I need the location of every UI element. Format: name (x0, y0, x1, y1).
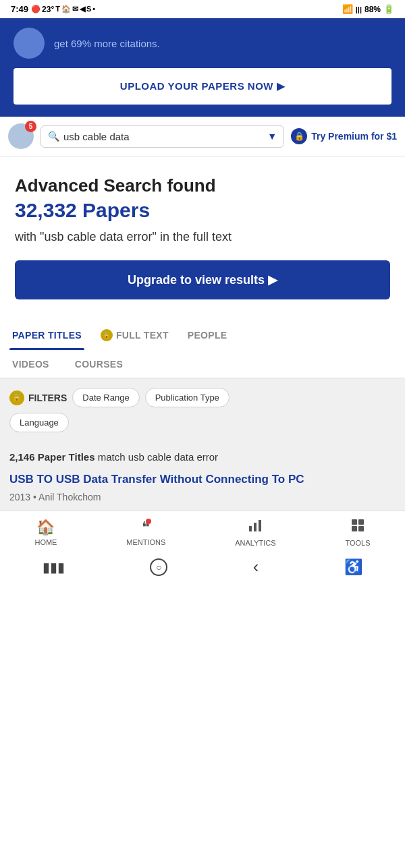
tab-full-text-label: FULL TEXT (116, 330, 169, 341)
search-value: usb cable data (63, 131, 263, 142)
mentions-wrap: ❝ (142, 519, 150, 536)
system-nav: ▮▮▮ ○ ‹ ♿ (0, 551, 405, 584)
publication-type-label: Publication Type (155, 393, 219, 403)
svg-rect-3 (352, 519, 357, 525)
paper-author: Anil Thokchom (38, 492, 101, 502)
tab-full-text[interactable]: 🔒 FULL TEXT (98, 320, 171, 351)
results-section: 2,146 Paper Titles match usb cable data … (0, 443, 405, 511)
mentions-dot (146, 519, 151, 524)
wifi-icon: 📶 (342, 4, 353, 14)
banner-text: get 69% more citations. (54, 38, 160, 49)
upgrade-label: Upgrade to view results ▶ (128, 272, 277, 287)
filters-lock-icon: 🔒 (9, 390, 24, 405)
status-right: 📶 ||| 88% 🔋 (342, 4, 394, 14)
analytics-icon (248, 518, 263, 537)
recent-apps-button[interactable]: ▮▮▮ (43, 559, 65, 575)
svg-rect-0 (249, 526, 252, 531)
nav-analytics-label: ANALYTICS (235, 539, 275, 547)
nav-tools[interactable]: TOOLS (345, 518, 370, 547)
results-summary: 2,146 Paper Titles match usb cable data … (9, 451, 396, 463)
filters-label: 🔒 FILTERS (9, 390, 67, 405)
avatar-badge: 5 (25, 121, 36, 132)
notification-icons: 🔴23°T🏠✉◀S• (31, 5, 95, 14)
battery-icon: 🔋 (383, 4, 394, 14)
search-description: with "usb cable data error" in the full … (15, 229, 390, 245)
svg-rect-4 (358, 519, 364, 525)
promo-banner: get 69% more citations. (0, 18, 405, 68)
tab-courses[interactable]: COURSES (72, 351, 126, 378)
filters-row: 🔒 FILTERS Date Range Publication Type (9, 388, 396, 407)
tab-people-label: PEOPLE (188, 330, 227, 341)
bottom-nav: 🏠 HOME ❝ MENTIONS ANALYTICS TOO (0, 511, 405, 551)
filters-section: 🔒 FILTERS Date Range Publication Type La… (0, 378, 405, 443)
nav-analytics[interactable]: ANALYTICS (235, 518, 275, 547)
home-icon: 🏠 (36, 519, 55, 536)
search-input-wrap[interactable]: 🔍 usb cable data ▼ (40, 125, 284, 148)
banner-avatar (14, 28, 45, 59)
search-icon: 🔍 (48, 131, 59, 142)
found-label: Advanced Search found (15, 175, 390, 196)
nav-home-label: HOME (34, 538, 57, 546)
nav-tools-label: TOOLS (345, 539, 370, 547)
nav-home[interactable]: 🏠 HOME (34, 519, 57, 546)
svg-rect-1 (254, 523, 256, 531)
upload-papers-button[interactable]: UPLOAD YOUR PAPERS NOW ▶ (14, 68, 392, 105)
filters-text: FILTERS (28, 393, 67, 403)
paper-title-link[interactable]: USB TO USB Data Transfer Without Connect… (9, 472, 396, 488)
results-count: 2,146 (9, 451, 38, 463)
accessibility-button[interactable]: ♿ (344, 558, 362, 576)
svg-rect-5 (352, 526, 357, 531)
signal-icon: ||| (356, 5, 362, 13)
nav-mentions[interactable]: ❝ MENTIONS (126, 519, 165, 546)
premium-lock-icon: 🔒 (291, 128, 307, 144)
tools-icon (350, 518, 365, 537)
results-query: usb cable data error (128, 451, 218, 463)
main-content: Advanced Search found 32,332 Papers with… (0, 156, 405, 320)
tab-paper-titles-label: PAPER TITLES (12, 330, 82, 341)
paper-meta: 2013 • Anil Thokchom (9, 492, 396, 502)
home-button[interactable]: ○ (150, 558, 167, 576)
premium-button[interactable]: 🔒 Try Premium for $1 (291, 128, 397, 144)
paper-year: 2013 (9, 492, 30, 502)
back-button[interactable]: ‹ (253, 556, 259, 577)
svg-rect-6 (358, 526, 364, 531)
date-range-label: Date Range (82, 393, 129, 403)
full-text-lock-icon: 🔒 (101, 329, 113, 341)
tab-videos[interactable]: VIDEOS (9, 351, 52, 378)
tabs-section: PAPER TITLES 🔒 FULL TEXT PEOPLE VIDEOS C… (0, 320, 405, 378)
filters-row2: Language (9, 413, 396, 439)
language-filter[interactable]: Language (9, 413, 69, 432)
premium-label: Try Premium for $1 (311, 131, 397, 142)
battery-text: 88% (364, 5, 381, 14)
upgrade-button[interactable]: Upgrade to view results ▶ (15, 260, 390, 299)
user-avatar[interactable]: 5 (8, 123, 34, 149)
papers-count: 32,332 Papers (15, 199, 390, 222)
nav-mentions-label: MENTIONS (126, 538, 165, 546)
tabs-row2: VIDEOS COURSES (0, 351, 405, 378)
status-bar: 7:49 🔴23°T🏠✉◀S• 📶 ||| 88% 🔋 (0, 0, 405, 18)
search-bar-row: 5 🔍 usb cable data ▼ 🔒 Try Premium for $… (0, 117, 405, 156)
publication-type-filter[interactable]: Publication Type (145, 388, 230, 407)
paper-separator: • (33, 492, 38, 502)
tab-videos-label: VIDEOS (12, 359, 49, 370)
status-left: 7:49 🔴23°T🏠✉◀S• (11, 4, 95, 14)
tab-paper-titles[interactable]: PAPER TITLES (9, 320, 84, 350)
svg-rect-2 (259, 520, 261, 531)
paper-title-text: USB TO USB Data Transfer Without Connect… (9, 473, 304, 486)
dropdown-arrow-icon[interactable]: ▼ (267, 131, 277, 142)
date-range-filter[interactable]: Date Range (72, 388, 139, 407)
tab-people[interactable]: PEOPLE (185, 320, 230, 350)
tabs-row1: PAPER TITLES 🔒 FULL TEXT PEOPLE (0, 320, 405, 351)
results-type: Paper Titles (38, 451, 95, 463)
tab-courses-label: COURSES (75, 359, 123, 370)
language-label: Language (20, 417, 59, 428)
results-match-text: match (98, 451, 128, 463)
upload-section: UPLOAD YOUR PAPERS NOW ▶ (0, 68, 405, 117)
upload-btn-label: UPLOAD YOUR PAPERS NOW ▶ (120, 80, 285, 92)
time: 7:49 (11, 4, 28, 14)
